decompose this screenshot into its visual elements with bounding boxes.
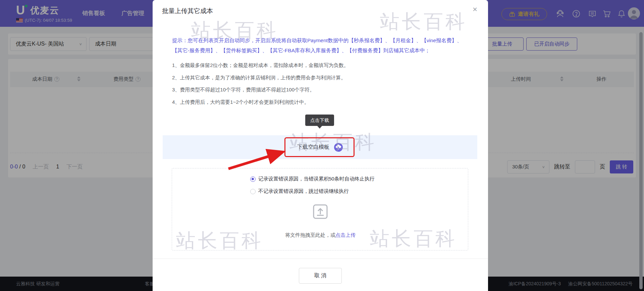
- rule-item: 3、费用类型不得超过10个字符，费用描述不得超过100个字符。: [172, 87, 315, 93]
- rule-item: 4、上传费用后，大约需要1~2个小时才会更新到利润统计中。: [172, 99, 309, 105]
- click-download-tooltip: 点击下载: [305, 115, 334, 126]
- screen: U 优麦云 (UTC-7): 04/07 18:53:59 销售看板 广告管理 …: [0, 0, 644, 291]
- rule-item: 2、上传其它成本，是为了准确的计算店铺利润，上传的费用会参与利润计算。: [172, 75, 346, 81]
- download-template-button[interactable]: 下载空白模板: [163, 135, 477, 159]
- radio-checked-icon[interactable]: [250, 176, 256, 182]
- tooltip-text: 点击下载: [310, 118, 329, 123]
- close-icon[interactable]: ×: [470, 5, 480, 15]
- radio-label: 不记录设置错误原因，跳过错误继续执行: [258, 188, 349, 195]
- upload-dropzone[interactable]: 记录设置错误原因，当错误累积50条时自动终止执行 不记录设置错误原因，跳过错误继…: [172, 168, 468, 250]
- modal-title: 批量上传其它成本: [162, 7, 213, 15]
- radio-record-errors[interactable]: 记录设置错误原因，当错误累积50条时自动终止执行: [250, 176, 375, 182]
- radio-skip-errors[interactable]: 不记录设置错误原因，跳过错误继续执行: [250, 188, 349, 195]
- click-upload-link[interactable]: 点击上传: [335, 232, 356, 238]
- drag-text: 将文件拖拽至此处，或: [285, 232, 335, 238]
- batch-upload-modal: 批量上传其它成本 × 提示：您可在列表页开启自动同步，开启后系统将自动获取Pay…: [153, 0, 488, 291]
- upload-file-icon[interactable]: [312, 203, 329, 220]
- download-template-label: 下载空白模板: [297, 144, 329, 151]
- rule-item: 1、金额最多保留2位小数；金额是相对成本，需扣除成本时，金额填写为负数。: [172, 62, 349, 69]
- radio-unchecked-icon[interactable]: [250, 189, 256, 194]
- modal-hint: 提示：您可在列表页开启自动同步，开启后系统将自动获取Payment数据中的【秒杀…: [172, 35, 463, 56]
- radio-label: 记录设置错误原因，当错误累积50条时自动终止执行: [258, 176, 375, 182]
- tooltip-caret: [317, 126, 322, 129]
- modal-footer-divider: [153, 259, 488, 259]
- cancel-button[interactable]: 取 消: [299, 268, 342, 284]
- drag-hint: 将文件拖拽至此处，或点击上传: [172, 232, 469, 238]
- cloud-download-icon: [334, 143, 343, 152]
